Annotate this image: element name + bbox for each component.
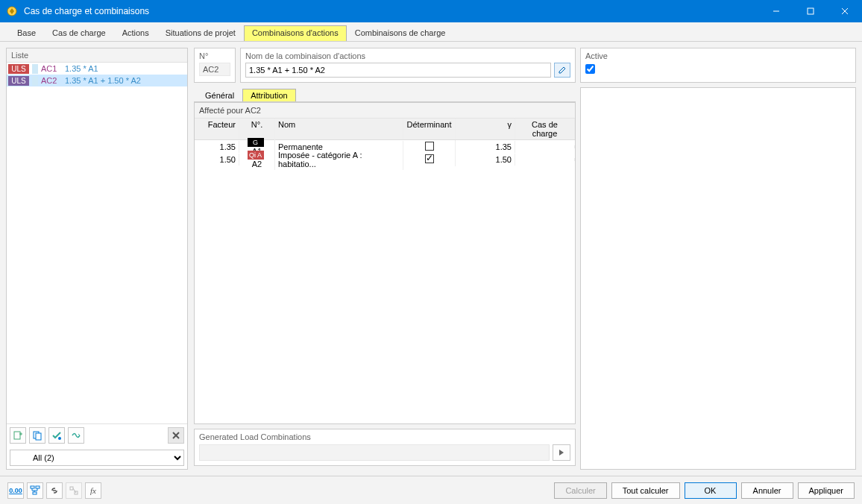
svg-rect-9 <box>36 433 41 440</box>
number-field-box: N° AC2 <box>194 48 236 83</box>
attribution-grid: Facteur N°. Nom Déterminant γ Cas de cha… <box>195 119 575 166</box>
svg-rect-14 <box>36 486 40 488</box>
check-select-button[interactable] <box>48 427 65 444</box>
number-value: AC2 <box>199 63 230 76</box>
tree-button[interactable] <box>27 482 43 499</box>
determinant-checkbox[interactable] <box>425 154 434 163</box>
name-field-box: Nom de la combinaison d'actions <box>240 48 576 83</box>
category-badge: G <box>248 138 264 147</box>
cell-nom: Imposée - catégorie A : habitatio... <box>275 149 403 170</box>
category-badge: Qi A <box>248 151 264 160</box>
generated-label: Generated Load Combinations <box>199 432 570 441</box>
generated-go-button[interactable] <box>553 444 570 461</box>
col-gamma[interactable]: γ <box>456 119 515 139</box>
sub-tabs: GénéralAttribution <box>194 87 576 102</box>
cell-det[interactable] <box>403 140 456 154</box>
edit-name-button[interactable] <box>554 63 570 78</box>
col-nom[interactable]: Nom <box>275 119 403 139</box>
list-pane: Liste ULSAC11.35 * A1ULSAC21.35 * A1 + 1… <box>6 48 188 470</box>
tab-base[interactable]: Base <box>9 25 44 41</box>
svg-rect-13 <box>31 486 34 488</box>
tab-combinaisons-d-actions[interactable]: Combinaisons d'actions <box>244 25 347 41</box>
item-name: 1.35 * A1 <box>65 64 186 73</box>
list-toolbar <box>7 423 187 447</box>
subtab-attribution[interactable]: Attribution <box>242 89 296 101</box>
cell-gamma: 1.50 <box>456 154 515 166</box>
svg-rect-20 <box>70 487 73 490</box>
cell-facteur: 1.35 <box>195 141 239 153</box>
svg-point-10 <box>58 437 61 440</box>
minimize-button[interactable] <box>759 0 793 22</box>
col-facteur[interactable]: Facteur <box>195 119 239 139</box>
flow-button[interactable] <box>68 427 84 444</box>
name-input[interactable] <box>245 63 551 78</box>
active-label: Active <box>585 51 851 60</box>
bottom-bar: 0.00 fx Calculer Tout calculer OK Annule… <box>0 476 862 504</box>
list-body[interactable]: ULSAC11.35 * A1ULSAC21.35 * A1 + 1.50 * … <box>7 63 187 423</box>
attribution-title: Affecté pour AC2 <box>195 103 575 119</box>
cell-det[interactable] <box>403 153 456 166</box>
col-det[interactable]: Déterminant <box>403 119 456 139</box>
svg-rect-15 <box>33 492 37 494</box>
side-panel <box>580 87 856 470</box>
tab-actions[interactable]: Actions <box>114 25 157 41</box>
subtab-général[interactable]: Général <box>197 89 242 101</box>
cell-no: Qi AA2 <box>239 148 275 170</box>
tout-calculer-button[interactable]: Tout calculer <box>611 482 680 499</box>
list-header: Liste <box>7 48 187 63</box>
config-button[interactable] <box>66 482 82 499</box>
list-item[interactable]: ULSAC21.35 * A1 + 1.50 * A2 <box>7 75 187 86</box>
table-row[interactable]: 1.50Qi AA2Imposée - catégorie A : habita… <box>195 153 575 166</box>
cell-cas <box>515 145 575 148</box>
active-field-box: Active <box>580 48 856 83</box>
item-name: 1.35 * A1 + 1.50 * A2 <box>65 76 186 85</box>
maximize-button[interactable] <box>793 0 828 22</box>
calculer-button[interactable]: Calculer <box>554 482 606 499</box>
type-badge: ULS <box>8 76 29 86</box>
svg-rect-5 <box>14 432 20 439</box>
svg-rect-2 <box>808 8 814 14</box>
ok-button[interactable]: OK <box>685 482 737 499</box>
tab-situations-de-projet[interactable]: Situations de projet <box>157 25 244 41</box>
list-item[interactable]: ULSAC11.35 * A1 <box>7 63 187 75</box>
item-id: AC2 <box>41 76 62 85</box>
cell-facteur: 1.50 <box>195 154 239 166</box>
title-bar: Cas de charge et combinaisons <box>0 0 862 22</box>
generated-output <box>199 444 550 461</box>
app-icon <box>6 5 18 17</box>
list-filter-select[interactable]: All (2) <box>10 450 184 466</box>
cell-gamma: 1.35 <box>456 141 515 153</box>
color-swatch <box>32 64 38 74</box>
name-label: Nom de la combinaison d'actions <box>245 51 570 60</box>
close-button[interactable] <box>828 0 862 22</box>
window-title: Cas de charge et combinaisons <box>24 6 759 16</box>
new-item-button[interactable] <box>10 427 26 444</box>
units-button[interactable]: 0.00 <box>7 482 24 499</box>
attribution-panel: Affecté pour AC2 Facteur N°. Nom Détermi… <box>194 102 576 424</box>
cell-cas <box>515 158 575 161</box>
active-checkbox[interactable] <box>585 64 595 74</box>
tab-cas-de-charge[interactable]: Cas de charge <box>44 25 114 41</box>
tab-combinaisons-de-charge[interactable]: Combinaisons de charge <box>347 25 454 41</box>
main-tabs: BaseCas de chargeActionsSituations de pr… <box>0 22 862 42</box>
item-id: AC1 <box>41 64 62 73</box>
determinant-checkbox[interactable] <box>425 142 434 151</box>
type-badge: ULS <box>8 64 29 74</box>
link-button[interactable] <box>46 482 63 499</box>
fx-button[interactable]: fx <box>85 482 101 499</box>
copy-item-button[interactable] <box>29 427 45 444</box>
col-cas[interactable]: Cas de charge <box>515 119 575 139</box>
appliquer-button[interactable]: Appliquer <box>798 482 855 499</box>
number-label: N° <box>199 51 230 60</box>
annuler-button[interactable]: Annuler <box>741 482 793 499</box>
color-swatch <box>32 76 38 86</box>
delete-item-button[interactable] <box>168 427 184 444</box>
